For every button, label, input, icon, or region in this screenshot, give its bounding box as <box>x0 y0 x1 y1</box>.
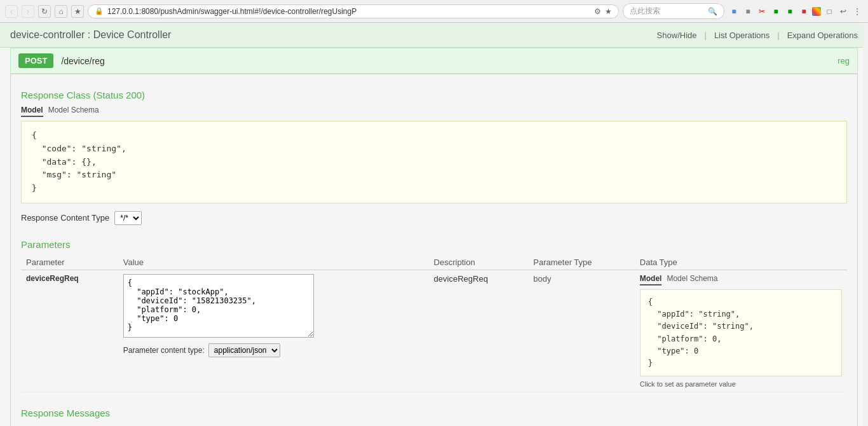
model-schema-label: Model Model Schema <box>21 106 847 117</box>
col-status-code: HTTP Status Code <box>21 423 303 426</box>
col-parameter: Parameter <box>21 255 118 270</box>
params-header-row: Parameter Value Description Parameter Ty… <box>21 255 847 270</box>
address-text: 127.0.0.1:8080/pushAdmin/swagger-ui.html… <box>107 7 590 16</box>
schema-tab[interactable]: Model Schema <box>48 106 99 117</box>
col-headers: Headers <box>700 423 848 426</box>
model-tab[interactable]: Model <box>21 106 43 117</box>
grid-icon: ⚙ <box>594 7 601 16</box>
star-icon: ★ <box>605 7 612 16</box>
extension-icon1: ■ <box>742 6 754 17</box>
parameters-title: Parameters <box>21 239 847 250</box>
response-messages-title: Response Messages <box>21 408 847 418</box>
col-value: Value <box>118 255 429 270</box>
list-operations-link[interactable]: List Operations <box>714 31 770 40</box>
controller-name: device-controller <box>10 29 85 40</box>
content-type-select[interactable]: */* <box>114 211 142 225</box>
content-type-label: Response Content Type <box>21 213 109 223</box>
shield-icon: ■ <box>728 6 740 17</box>
extension-icon5: ■ <box>798 6 810 17</box>
endpoint-row: POST /device/reg reg <box>10 48 858 74</box>
param-name: deviceRegReq <box>21 270 118 392</box>
search-bar[interactable]: 点此搜索 🔍 <box>623 3 724 19</box>
controller-header: device-controller : Device Controller Sh… <box>0 23 868 48</box>
browser-chrome: ‹ › ↻ ⌂ ★ 🔒 127.0.0.1:8080/pushAdmin/swa… <box>0 0 868 23</box>
schema-code: { "appId": "string", "deviceId": "string… <box>648 296 834 369</box>
col-data-type: Data Type <box>635 255 847 270</box>
params-thead: Parameter Value Description Parameter Ty… <box>21 255 847 270</box>
main-content: POST /device/reg reg Response Class (Sta… <box>0 48 868 426</box>
controller-separator: : <box>88 29 93 40</box>
show-hide-link[interactable]: Show/Hide <box>657 31 697 40</box>
response-thead: HTTP Status Code Reason Response Model H… <box>21 423 847 426</box>
response-code-block: { "code": "string", "data": {}, "msg": "… <box>21 121 847 203</box>
divider1: | <box>704 31 706 40</box>
controller-description: Device Controller <box>93 29 172 40</box>
response-class-section: Response Class (Status 200) Model Model … <box>21 82 847 203</box>
param-description: deviceRegReq <box>429 270 529 392</box>
tab-icon: □ <box>824 6 835 17</box>
lock-icon: 🔒 <box>95 7 104 15</box>
schema-code-block: { "appId": "string", "deviceId": "string… <box>640 289 842 376</box>
controller-actions: Show/Hide | List Operations | Expand Ope… <box>657 31 858 40</box>
col-response-model: Response Model <box>444 423 700 426</box>
click-to-set[interactable]: Click to set as parameter value <box>640 380 842 388</box>
param-textarea[interactable]: { "appId": "stockApp", "deviceId": "1582… <box>123 274 314 338</box>
controller-title: device-controller : Device Controller <box>10 29 171 41</box>
expand-operations-link[interactable]: Expand Operations <box>787 31 858 40</box>
scrollbar[interactable] <box>863 23 868 426</box>
extension-icon6 <box>812 7 821 16</box>
endpoint-tag: reg <box>837 56 850 65</box>
forward-button[interactable]: › <box>22 5 34 18</box>
home-button[interactable]: ⌂ <box>55 5 67 18</box>
col-reason: Reason <box>303 423 444 426</box>
search-text: 点此搜索 <box>630 6 660 17</box>
browser-icons: ■ ■ ✂ ■ ■ ■ □ ↩ ⋮ <box>728 6 863 17</box>
param-type: body <box>528 270 635 392</box>
menu-icon: ⋮ <box>851 6 863 17</box>
method-badge[interactable]: POST <box>18 53 53 68</box>
param-content-type-row: Parameter content type: application/json <box>123 343 424 357</box>
back-button[interactable]: ‹ <box>5 5 18 18</box>
undo-icon: ↩ <box>837 6 849 17</box>
col-param-type: Parameter Type <box>528 255 635 270</box>
response-header-row: HTTP Status Code Reason Response Model H… <box>21 423 847 426</box>
extension-icon4: ■ <box>784 6 796 17</box>
param-schema-tab[interactable]: Model Schema <box>667 274 717 285</box>
swagger-container: device-controller : Device Controller Sh… <box>0 23 868 426</box>
parameters-table: Parameter Value Description Parameter Ty… <box>21 255 847 392</box>
response-messages-table: HTTP Status Code Reason Response Model H… <box>21 423 847 426</box>
extension-icon2: ✂ <box>756 6 768 17</box>
param-value-cell: { "appId": "stockApp", "deviceId": "1582… <box>118 270 429 392</box>
bookmark-button[interactable]: ★ <box>71 5 84 18</box>
response-messages-section: Response Messages HTTP Status Code Reaso… <box>21 392 847 426</box>
col-description: Description <box>429 255 529 270</box>
response-content-type: Response Content Type */* <box>21 211 847 225</box>
param-model-tab[interactable]: Model <box>640 274 662 285</box>
param-content-type-label: Parameter content type: <box>123 346 205 355</box>
endpoint-path: /device/reg <box>61 56 837 66</box>
search-icon: 🔍 <box>708 7 717 16</box>
param-model-schema-label: Model Model Schema <box>640 274 842 285</box>
extension-icon3: ■ <box>770 6 782 17</box>
table-row: deviceRegReq { "appId": "stockApp", "dev… <box>21 270 847 392</box>
response-code: { "code": "string", "data": {}, "msg": "… <box>32 129 836 195</box>
divider2: | <box>777 31 779 40</box>
parameters-section: Parameters Parameter Value Description P… <box>21 231 847 392</box>
reload-button[interactable]: ↻ <box>38 5 51 18</box>
param-data-type: Model Model Schema { "appId": "string", … <box>635 270 847 392</box>
response-class-title: Response Class (Status 200) <box>21 90 847 100</box>
param-content-select[interactable]: application/json <box>208 343 280 357</box>
params-tbody: deviceRegReq { "appId": "stockApp", "dev… <box>21 270 847 392</box>
address-bar[interactable]: 🔒 127.0.0.1:8080/pushAdmin/swagger-ui.ht… <box>88 4 619 18</box>
inner-panel: Response Class (Status 200) Model Model … <box>10 74 858 426</box>
